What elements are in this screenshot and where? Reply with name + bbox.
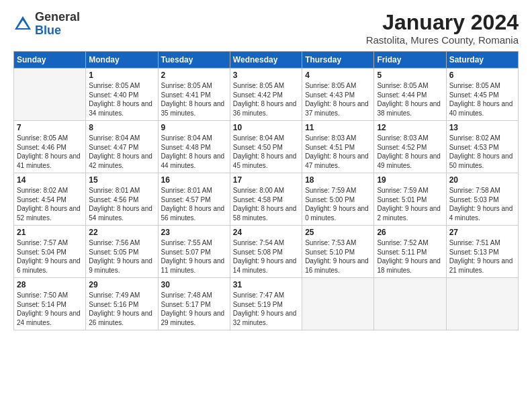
calendar-cell: 27Sunrise: 7:51 AMSunset: 5:13 PMDayligh…	[446, 226, 518, 278]
calendar-cell: 30Sunrise: 7:48 AMSunset: 5:17 PMDayligh…	[158, 278, 230, 330]
calendar-cell: 28Sunrise: 7:50 AMSunset: 5:14 PMDayligh…	[14, 278, 86, 330]
day-header-saturday: Saturday	[446, 52, 518, 68]
logo-icon	[13, 15, 32, 34]
day-number: 29	[89, 280, 154, 289]
day-info: Sunrise: 7:50 AMSunset: 5:14 PMDaylight:…	[17, 291, 83, 327]
week-row-1: 7Sunrise: 8:05 AMSunset: 4:46 PMDaylight…	[14, 121, 519, 173]
day-info: Sunrise: 8:03 AMSunset: 4:52 PMDaylight:…	[377, 134, 443, 170]
day-number: 25	[305, 228, 371, 237]
day-info: Sunrise: 8:05 AMSunset: 4:45 PMDaylight:…	[449, 81, 515, 118]
day-number: 27	[449, 228, 515, 237]
day-info: Sunrise: 7:54 AMSunset: 5:08 PMDaylight:…	[233, 238, 299, 275]
day-number: 20	[449, 175, 515, 185]
day-info: Sunrise: 7:59 AMSunset: 5:01 PMDaylight:…	[377, 186, 443, 222]
logo: General Blue	[13, 11, 80, 38]
day-info: Sunrise: 8:01 AMSunset: 4:56 PMDaylight:…	[89, 186, 154, 222]
day-number: 23	[161, 228, 227, 237]
day-info: Sunrise: 7:49 AMSunset: 5:16 PMDaylight:…	[89, 291, 154, 327]
calendar-cell: 3Sunrise: 8:05 AMSunset: 4:42 PMDaylight…	[230, 68, 302, 121]
calendar-cell: 2Sunrise: 8:05 AMSunset: 4:41 PMDaylight…	[158, 68, 230, 121]
day-info: Sunrise: 8:05 AMSunset: 4:41 PMDaylight:…	[161, 81, 227, 118]
day-number: 5	[377, 71, 443, 80]
calendar-cell: 15Sunrise: 8:01 AMSunset: 4:56 PMDayligh…	[86, 173, 158, 226]
calendar-cell: 24Sunrise: 7:54 AMSunset: 5:08 PMDayligh…	[230, 226, 302, 278]
location: Rastolita, Mures County, Romania	[366, 34, 519, 46]
week-row-3: 21Sunrise: 7:57 AMSunset: 5:04 PMDayligh…	[14, 226, 519, 278]
day-number: 31	[233, 280, 299, 289]
calendar-cell: 25Sunrise: 7:53 AMSunset: 5:10 PMDayligh…	[302, 226, 374, 278]
calendar-cell: 1Sunrise: 8:05 AMSunset: 4:40 PMDaylight…	[86, 68, 158, 121]
week-row-2: 14Sunrise: 8:02 AMSunset: 4:54 PMDayligh…	[14, 173, 519, 226]
day-number: 15	[89, 175, 154, 185]
week-row-0: 1Sunrise: 8:05 AMSunset: 4:40 PMDaylight…	[14, 68, 519, 121]
day-header-friday: Friday	[374, 52, 446, 68]
calendar-cell: 14Sunrise: 8:02 AMSunset: 4:54 PMDayligh…	[14, 173, 86, 226]
day-info: Sunrise: 7:56 AMSunset: 5:05 PMDaylight:…	[89, 238, 154, 275]
day-info: Sunrise: 8:05 AMSunset: 4:46 PMDaylight:…	[17, 134, 83, 170]
day-info: Sunrise: 8:03 AMSunset: 4:51 PMDaylight:…	[305, 134, 371, 170]
calendar-table: SundayMondayTuesdayWednesdayThursdayFrid…	[13, 51, 519, 330]
week-row-4: 28Sunrise: 7:50 AMSunset: 5:14 PMDayligh…	[14, 278, 519, 330]
day-number: 17	[233, 175, 299, 185]
day-info: Sunrise: 7:59 AMSunset: 5:00 PMDaylight:…	[305, 186, 371, 222]
day-number: 14	[17, 175, 83, 185]
day-info: Sunrise: 7:51 AMSunset: 5:13 PMDaylight:…	[449, 238, 515, 275]
calendar-cell	[14, 68, 86, 121]
day-number: 18	[305, 175, 371, 185]
day-number: 7	[17, 123, 83, 132]
day-number: 10	[233, 123, 299, 132]
day-number: 21	[17, 228, 83, 237]
title-area: January 2024 Rastolita, Mures County, Ro…	[366, 11, 519, 46]
day-number: 12	[377, 123, 443, 132]
day-number: 26	[377, 228, 443, 237]
calendar-cell: 29Sunrise: 7:49 AMSunset: 5:16 PMDayligh…	[86, 278, 158, 330]
day-info: Sunrise: 7:55 AMSunset: 5:07 PMDaylight:…	[161, 238, 227, 275]
day-info: Sunrise: 8:00 AMSunset: 4:58 PMDaylight:…	[233, 186, 299, 222]
day-number: 4	[305, 71, 371, 80]
day-info: Sunrise: 7:52 AMSunset: 5:11 PMDaylight:…	[377, 238, 443, 275]
day-number: 19	[377, 175, 443, 185]
calendar-cell: 6Sunrise: 8:05 AMSunset: 4:45 PMDaylight…	[446, 68, 518, 121]
calendar-cell: 18Sunrise: 7:59 AMSunset: 5:00 PMDayligh…	[302, 173, 374, 226]
day-number: 6	[449, 71, 515, 80]
calendar-cell: 12Sunrise: 8:03 AMSunset: 4:52 PMDayligh…	[374, 121, 446, 173]
day-info: Sunrise: 7:58 AMSunset: 5:03 PMDaylight:…	[449, 186, 515, 222]
day-header-monday: Monday	[86, 52, 158, 68]
day-number: 2	[161, 71, 227, 80]
calendar-cell: 22Sunrise: 7:56 AMSunset: 5:05 PMDayligh…	[86, 226, 158, 278]
day-info: Sunrise: 8:04 AMSunset: 4:48 PMDaylight:…	[161, 134, 227, 170]
logo-general: General	[35, 10, 80, 24]
day-header-thursday: Thursday	[302, 52, 374, 68]
day-number: 22	[89, 228, 154, 237]
day-header-sunday: Sunday	[14, 52, 86, 68]
calendar-cell: 10Sunrise: 8:04 AMSunset: 4:50 PMDayligh…	[230, 121, 302, 173]
day-number: 30	[161, 280, 227, 289]
day-number: 8	[89, 123, 154, 132]
main-container: General Blue January 2024 Rastolita, Mur…	[0, 0, 532, 337]
calendar-cell: 19Sunrise: 7:59 AMSunset: 5:01 PMDayligh…	[374, 173, 446, 226]
header-row: SundayMondayTuesdayWednesdayThursdayFrid…	[14, 52, 519, 68]
calendar-cell: 11Sunrise: 8:03 AMSunset: 4:51 PMDayligh…	[302, 121, 374, 173]
day-info: Sunrise: 8:02 AMSunset: 4:53 PMDaylight:…	[449, 134, 515, 170]
day-header-tuesday: Tuesday	[158, 52, 230, 68]
calendar-cell	[374, 278, 446, 330]
day-info: Sunrise: 8:05 AMSunset: 4:42 PMDaylight:…	[233, 81, 299, 118]
calendar-cell: 20Sunrise: 7:58 AMSunset: 5:03 PMDayligh…	[446, 173, 518, 226]
calendar-cell: 7Sunrise: 8:05 AMSunset: 4:46 PMDaylight…	[14, 121, 86, 173]
calendar-cell	[302, 278, 374, 330]
day-info: Sunrise: 8:01 AMSunset: 4:57 PMDaylight:…	[161, 186, 227, 222]
calendar-cell: 23Sunrise: 7:55 AMSunset: 5:07 PMDayligh…	[158, 226, 230, 278]
day-number: 24	[233, 228, 299, 237]
logo-text: General Blue	[35, 11, 80, 38]
day-number: 16	[161, 175, 227, 185]
day-info: Sunrise: 8:05 AMSunset: 4:44 PMDaylight:…	[377, 81, 443, 118]
calendar-cell: 4Sunrise: 8:05 AMSunset: 4:43 PMDaylight…	[302, 68, 374, 121]
day-info: Sunrise: 7:57 AMSunset: 5:04 PMDaylight:…	[17, 238, 83, 275]
calendar-cell: 8Sunrise: 8:04 AMSunset: 4:47 PMDaylight…	[86, 121, 158, 173]
calendar-cell: 16Sunrise: 8:01 AMSunset: 4:57 PMDayligh…	[158, 173, 230, 226]
day-info: Sunrise: 8:04 AMSunset: 4:50 PMDaylight:…	[233, 134, 299, 170]
day-info: Sunrise: 7:53 AMSunset: 5:10 PMDaylight:…	[305, 238, 371, 275]
day-info: Sunrise: 8:04 AMSunset: 4:47 PMDaylight:…	[89, 134, 154, 170]
day-info: Sunrise: 7:48 AMSunset: 5:17 PMDaylight:…	[161, 291, 227, 327]
calendar-cell: 13Sunrise: 8:02 AMSunset: 4:53 PMDayligh…	[446, 121, 518, 173]
